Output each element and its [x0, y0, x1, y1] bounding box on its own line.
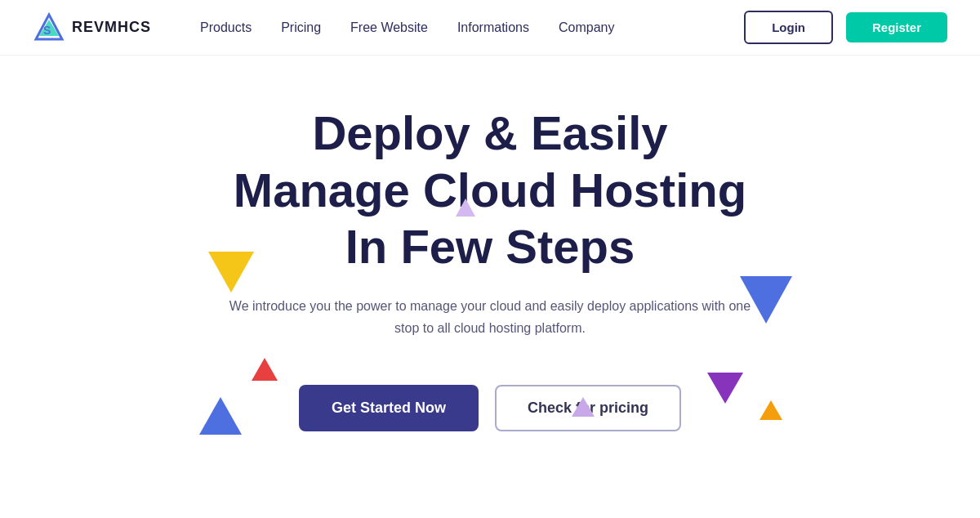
check-pricing-button[interactable]: Check for pricing	[495, 385, 681, 431]
triangle-red-up	[252, 358, 278, 381]
hero-buttons: Get Started Now Check for pricing	[299, 385, 681, 431]
nav-informations[interactable]: Informations	[457, 20, 529, 35]
get-started-button[interactable]: Get Started Now	[299, 385, 479, 431]
brand-name: REVMHCS	[72, 19, 151, 36]
nav-actions: Login Register	[744, 11, 947, 44]
triangle-orange-up	[760, 400, 782, 420]
register-button[interactable]: Register	[846, 12, 947, 42]
nav-products[interactable]: Products	[200, 20, 252, 35]
hero-title: Deploy & Easily Manage Cloud Hosting In …	[234, 105, 746, 275]
logo-icon: S	[33, 11, 65, 44]
triangle-blue-up	[199, 397, 242, 435]
login-button[interactable]: Login	[744, 11, 833, 44]
nav-company[interactable]: Company	[559, 20, 614, 35]
logo[interactable]: S REVMHCS	[33, 11, 151, 44]
svg-text:S: S	[43, 24, 51, 37]
navbar: S REVMHCS Products Pricing Free Website …	[0, 0, 980, 56]
hero-section: Deploy & Easily Manage Cloud Hosting In …	[0, 56, 980, 464]
triangle-purple-down	[707, 373, 743, 404]
hero-subtitle: We introduce you the power to manage you…	[220, 295, 760, 339]
nav-links: Products Pricing Free Website Informatio…	[200, 20, 744, 35]
nav-pricing[interactable]: Pricing	[281, 20, 321, 35]
nav-free-website[interactable]: Free Website	[350, 20, 428, 35]
